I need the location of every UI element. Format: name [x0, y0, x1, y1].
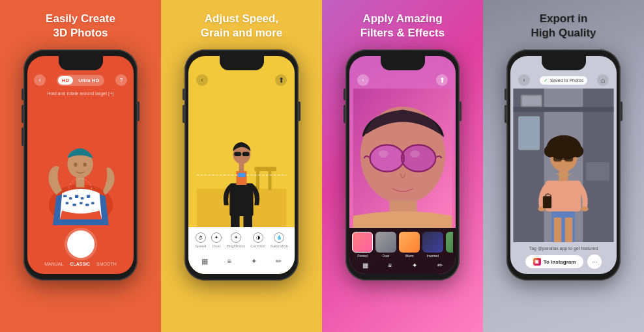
- svg-rect-21: [256, 171, 259, 191]
- filter-name-inverted: Inverted: [427, 254, 439, 258]
- screen-4-photo: [510, 89, 617, 242]
- hd-btn: HD: [58, 76, 74, 85]
- speed-label: Speed: [195, 244, 206, 248]
- notch-4: [542, 56, 586, 70]
- dust-icon: ✦: [211, 232, 222, 243]
- panel-export: Export inHigh Quality ‹ ✓ Saved to Photo…: [483, 0, 644, 332]
- phone-frame-3: ‹ ⬆: [345, 49, 460, 281]
- panel-3d-photos: Easily Create3D Photos ‹ HD Ultra HD ?: [0, 0, 161, 332]
- filter-thumb-pinned[interactable]: [352, 232, 373, 253]
- svg-rect-25: [243, 205, 252, 227]
- brightness-label: Brightness: [227, 244, 245, 248]
- filter-thumbnails: Pinned Dust Warm: [352, 232, 453, 258]
- svg-point-14: [74, 163, 77, 167]
- svg-rect-51: [518, 117, 540, 150]
- share-btn-3: ⬆: [436, 74, 448, 86]
- svg-rect-11: [91, 202, 94, 204]
- filter-adjust-icon: ≡: [388, 262, 392, 269]
- screen-1-content: ‹ HD Ultra HD ? Hold and rotate around t…: [27, 56, 134, 274]
- power-button-1: [138, 102, 139, 121]
- brightness-icon: ☀: [231, 232, 241, 243]
- back-btn-4: ‹: [518, 74, 530, 86]
- svg-rect-24: [231, 205, 240, 227]
- vol-btn-3-2: [344, 105, 345, 123]
- panel-2-title: Adjust Speed,Grain and more: [201, 12, 283, 40]
- contrast-icon: ◑: [253, 232, 263, 243]
- vol-btn-3-1: [344, 89, 345, 100]
- pencil-icon: ✏: [272, 255, 285, 268]
- phone-screen-3: ‹ ⬆: [349, 56, 456, 274]
- slider-speed: ⏱ Speed: [195, 232, 206, 248]
- phone-screen-1: ‹ HD Ultra HD ? Hold and rotate around t…: [27, 56, 134, 274]
- power-button-3: [460, 102, 461, 121]
- vol-btn-4-2: [505, 105, 506, 123]
- vol-btn-2: [22, 105, 23, 123]
- slider-saturation: 💧 Saturation: [271, 232, 288, 248]
- filter-magic-icon: ✦: [412, 262, 417, 269]
- filter-thumb-inverted[interactable]: [422, 232, 443, 253]
- vol-btn-4-1: [505, 89, 506, 100]
- svg-text:+: +: [78, 189, 81, 194]
- phone-outer-3: ‹ ⬆: [345, 49, 460, 281]
- help-btn-1: ?: [115, 74, 127, 86]
- svg-point-66: [568, 143, 577, 151]
- phone-screen-4: ‹ ✓ Saved to Photos ⌂: [510, 56, 617, 274]
- svg-rect-70: [543, 196, 551, 208]
- slider-dust: ✦ Dust: [211, 232, 222, 248]
- sliders-row: ⏱ Speed ✦ Dust ☀ Brightness: [192, 232, 291, 248]
- screen-2-photo: [188, 90, 295, 227]
- screen-3-bottom: Pinned Dust Warm: [349, 228, 456, 274]
- phone-frame-2: ‹ ⬆: [184, 49, 299, 281]
- filter-name-pinned: Pinned: [357, 254, 368, 258]
- dust-label: Dust: [212, 244, 220, 248]
- filter-thumb-warm[interactable]: [399, 232, 420, 253]
- capture-button[interactable]: [67, 230, 95, 258]
- phone-outer-2: ‹ ⬆: [184, 49, 299, 281]
- instagram-button[interactable]: ▣ To Instagram: [525, 255, 584, 268]
- notch-1: [59, 56, 103, 70]
- grid-icon: ▦: [198, 255, 211, 268]
- vol-btn-3: [22, 128, 23, 146]
- svg-rect-29: [242, 152, 250, 157]
- svg-point-64: [559, 139, 568, 149]
- phone-outer-1: ‹ HD Ultra HD ? Hold and rotate around t…: [23, 49, 138, 281]
- phone-outer-4: ‹ ✓ Saved to Photos ⌂: [506, 49, 621, 281]
- phone-screen-2: ‹ ⬆: [188, 56, 295, 274]
- svg-rect-7: [66, 202, 68, 204]
- svg-rect-4: [75, 195, 78, 198]
- hd-toggle: HD Ultra HD: [57, 75, 105, 86]
- filter-name-dust: Dust: [383, 254, 389, 258]
- slider-brightness: ☀ Brightness: [227, 232, 245, 248]
- slider-contrast: ◑ Contrast: [250, 232, 265, 248]
- filter-thumb-extra[interactable]: [446, 232, 453, 253]
- mode-classic: CLASSIC: [70, 262, 90, 266]
- mode-smooth: SMOOTH: [96, 262, 117, 266]
- back-btn-1: ‹: [34, 74, 46, 86]
- svg-point-58: [581, 206, 588, 212]
- svg-rect-8: [72, 204, 76, 206]
- filter-thumb-dust[interactable]: [375, 232, 396, 253]
- screen-4-bottom: Tag @parallax.app to get featured ▣ To I…: [510, 242, 617, 274]
- instagram-icon: ▣: [533, 258, 541, 266]
- more-options-btn[interactable]: ···: [587, 255, 602, 269]
- power-button-4: [621, 102, 622, 121]
- mode-labels: MANUAL CLASSIC SMOOTH: [44, 262, 117, 266]
- power-button-2: [299, 102, 300, 121]
- svg-point-65: [551, 143, 559, 151]
- vol-btn-2-2: [183, 105, 184, 123]
- screen-4-content: ‹ ✓ Saved to Photos ⌂: [510, 56, 617, 274]
- screen-2-content: ‹ ⬆: [188, 56, 295, 274]
- notch-3: [381, 56, 425, 70]
- home-btn-4: ⌂: [597, 74, 609, 86]
- svg-rect-52: [586, 162, 609, 180]
- svg-rect-54: [554, 217, 561, 242]
- filter-pencil-icon: ✏: [437, 262, 443, 269]
- svg-rect-55: [565, 217, 572, 242]
- svg-rect-10: [85, 204, 89, 206]
- panel-3-title: Apply AmazingFilters & Effects: [360, 12, 445, 40]
- back-btn-3: ‹: [357, 74, 369, 86]
- instagram-label: To Instagram: [544, 259, 576, 265]
- svg-rect-50: [514, 107, 614, 113]
- phone-frame-1: ‹ HD Ultra HD ? Hold and rotate around t…: [23, 49, 138, 281]
- vol-btn-2-1: [183, 89, 184, 100]
